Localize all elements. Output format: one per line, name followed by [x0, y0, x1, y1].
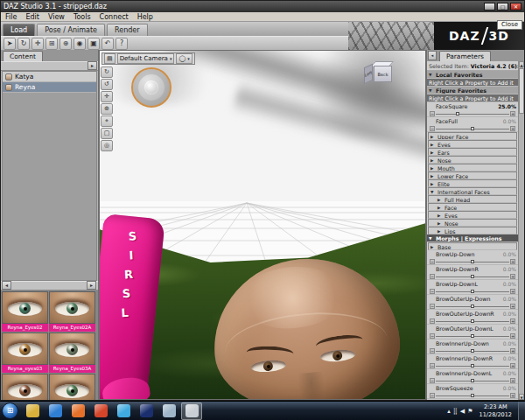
menu-item[interactable]: Connect — [95, 13, 133, 21]
network-icon[interactable]: ⣿ — [453, 402, 458, 420]
dolly-icon[interactable]: ⊕ — [101, 103, 113, 115]
taskbar-app-button[interactable] — [67, 402, 88, 420]
content-tree[interactable]: Katya Reyna — [2, 71, 97, 281]
parameter-row[interactable]: ▶ Nose − + — [428, 219, 517, 227]
slider-increment-button[interactable]: + — [510, 274, 515, 279]
aim-icon[interactable]: ◎ — [101, 140, 113, 151]
slider-increment-button[interactable]: + — [510, 363, 515, 368]
content-tree-item[interactable]: Katya — [3, 72, 96, 82]
eye-thumbnail-image[interactable] — [49, 374, 95, 400]
taskbar-app-button[interactable] — [136, 402, 157, 420]
slider-track[interactable] — [436, 378, 509, 383]
parameter-row[interactable]: BrowOuterUp-DownL 0.0% − + — [427, 325, 518, 340]
expand-arrow-icon[interactable]: ▶ — [430, 135, 436, 139]
slider-track[interactable] — [436, 274, 509, 279]
universal-tool-icon[interactable]: ⊕ — [60, 38, 72, 50]
expand-arrow-icon[interactable]: ▶ — [430, 174, 436, 178]
slider-decrement-button[interactable]: − — [430, 259, 435, 264]
slider-increment-button[interactable]: + — [510, 126, 515, 131]
slider-decrement-button[interactable]: − — [430, 289, 435, 294]
parameter-row[interactable]: FaceSquare 25.0% − + — [427, 102, 518, 117]
slider-increment-button[interactable]: + — [510, 333, 515, 339]
expand-arrow-icon[interactable]: ▶ — [438, 198, 443, 202]
content-thumbnail[interactable]: Reyna_Eyes03A — [49, 332, 95, 373]
expand-arrow-icon[interactable]: ▶ — [430, 166, 436, 171]
expand-arrow-icon[interactable]: ▼ — [430, 190, 436, 194]
taskbar-app-button[interactable] — [22, 402, 43, 420]
title-bar[interactable]: DAZ Studio 3.1 - stripped.daz _▢✕ — [1, 1, 524, 12]
slider-handle[interactable] — [471, 394, 474, 397]
eye-thumbnail-image[interactable] — [49, 332, 95, 365]
parameter-row[interactable]: FaceFull 0.0% − + — [427, 117, 518, 132]
drawstyle-dropdown[interactable]: ◯ ▾ — [176, 53, 192, 64]
lighting-sphere-gizmo[interactable] — [131, 67, 172, 108]
menu-item[interactable]: View — [44, 13, 69, 21]
node-selection-tool-icon[interactable]: ➤ — [4, 38, 16, 50]
parameter-row[interactable]: ▶ Base − + — [428, 242, 517, 250]
menu-item[interactable]: Tools — [69, 13, 95, 21]
slider-decrement-button[interactable]: − — [430, 126, 435, 131]
hidden-icons-button[interactable]: ▴ — [447, 402, 451, 420]
slider-increment-button[interactable]: + — [510, 111, 515, 116]
slider-handle[interactable] — [471, 334, 474, 338]
menu-item[interactable]: Edit — [21, 13, 44, 21]
parameter-row[interactable]: ▶ Upper Face − + — [428, 132, 517, 140]
spot-render-tool-icon[interactable]: ▣ — [88, 38, 100, 50]
expand-arrow-icon[interactable]: ▶ — [438, 206, 443, 210]
parameter-row[interactable]: BrowUp-DownR 0.0% − + — [427, 265, 518, 280]
scroll-up-icon[interactable]: ▲ — [519, 61, 524, 67]
content-thumbnail[interactable] — [2, 374, 48, 400]
slider-handle[interactable] — [471, 364, 474, 368]
expand-arrow-icon[interactable]: ▶ — [438, 221, 443, 226]
taskbar-app-button[interactable] — [158, 402, 179, 420]
close-button[interactable]: ✕ — [510, 3, 522, 10]
maximize-button[interactable]: ▢ — [497, 3, 508, 10]
scroll-down-icon[interactable]: ▼ — [519, 394, 524, 400]
taskbar-app-button[interactable] — [113, 402, 134, 420]
parameter-row[interactable]: ▶ Ears − + — [428, 148, 517, 156]
view-cube-gizmo[interactable]: Left Back — [362, 61, 392, 88]
slider-track[interactable] — [436, 318, 509, 324]
viewport-3d[interactable]: SIRSL ▤ — [99, 50, 426, 400]
view-cube-front-face[interactable]: Back — [374, 66, 392, 82]
rotate-view-icon[interactable]: ↺ — [101, 79, 113, 90]
slider-handle[interactable] — [471, 304, 474, 308]
content-thumbnail[interactable]: Reyna_Eyes02A — [49, 291, 95, 332]
undo-icon[interactable]: ↶ — [102, 38, 114, 50]
taskbar-app-button[interactable] — [45, 402, 66, 420]
taskbar-app-button[interactable] — [90, 402, 111, 420]
slider-increment-button[interactable]: + — [510, 318, 515, 324]
parameter-row[interactable]: ▶ Full Head − + — [428, 195, 517, 203]
slider-track[interactable] — [436, 333, 509, 339]
menu-item[interactable]: Help — [133, 13, 158, 21]
parameter-row[interactable]: Right Click a Property to Add it Here − … — [427, 79, 518, 87]
camera-selector-dropdown[interactable]: Default Camera ▾ — [117, 53, 175, 64]
orbit-icon[interactable]: ↻ — [101, 66, 113, 78]
parameter-row[interactable]: BrowSqueeze 0.0% − + — [427, 384, 518, 399]
slider-track[interactable] — [436, 259, 509, 264]
tab-content[interactable]: Content — [3, 51, 43, 61]
expand-arrow-icon[interactable]: ▶ — [430, 143, 436, 147]
surface-selection-tool-icon[interactable]: ◉ — [74, 38, 86, 50]
minimize-button[interactable]: _ — [484, 3, 495, 10]
content-tree-item[interactable]: Reyna — [3, 82, 96, 93]
content-thumbnail[interactable] — [49, 374, 95, 400]
slider-handle[interactable] — [471, 260, 474, 263]
slider-decrement-button[interactable]: − — [430, 111, 435, 116]
parameter-row[interactable]: BrowUp-DownL 0.0% − + — [427, 280, 518, 295]
slider-decrement-button[interactable]: − — [430, 274, 435, 279]
parameter-row[interactable]: BrowInnerUp-DownR 0.0% − + — [427, 354, 518, 369]
camera-icon[interactable]: ▤ — [104, 53, 116, 64]
parameter-row[interactable]: ▶ Lower Face − + — [428, 172, 517, 179]
parameter-row[interactable]: Right Click a Property to Add it Here − … — [427, 94, 518, 102]
expand-arrow-icon[interactable]: ▶ — [438, 229, 443, 234]
eye-thumbnail-image[interactable] — [2, 374, 48, 400]
slider-track[interactable] — [436, 363, 509, 368]
panel-collapse-icon[interactable]: ▸ — [88, 61, 97, 70]
slider-increment-button[interactable]: + — [510, 348, 515, 354]
expand-arrow-icon[interactable]: ▶ — [438, 214, 443, 218]
parameter-row[interactable]: BrowOuterUp-DownR 0.0% − + — [427, 310, 518, 325]
view-cube-side-face[interactable]: Left — [364, 64, 373, 84]
parameter-row[interactable]: ▼ Figure Favorites − + — [427, 87, 518, 94]
volume-icon[interactable]: ◀ — [460, 402, 465, 420]
